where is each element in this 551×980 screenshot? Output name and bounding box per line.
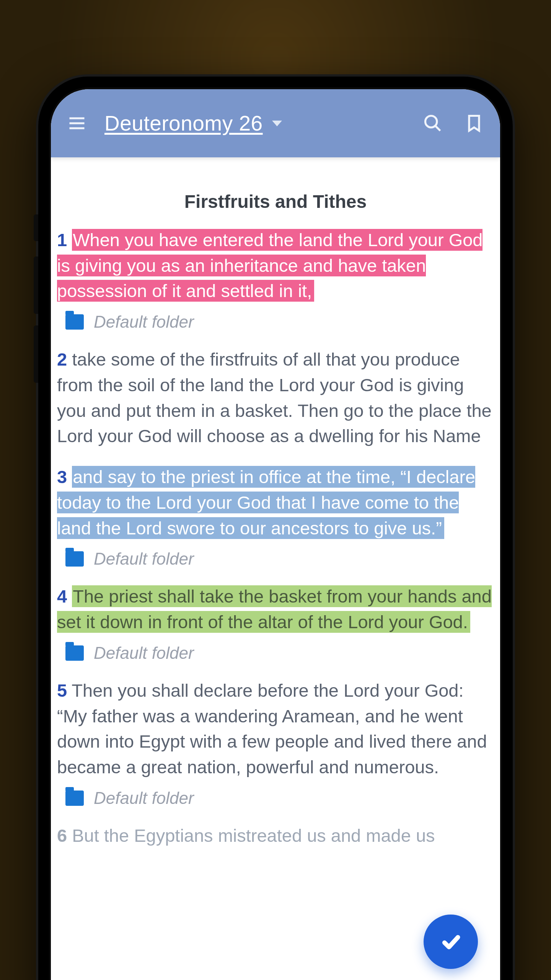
check-icon	[440, 931, 461, 952]
folder-label: Default folder	[94, 789, 194, 808]
phone-frame: Deuteronomy 26 Firstfruits and Tithes 1 …	[38, 77, 513, 980]
reading-content[interactable]: Firstfruits and Tithes 1 When you have e…	[51, 157, 500, 980]
bookmark-button[interactable]	[460, 109, 488, 137]
folder-tag[interactable]: Default folder	[65, 549, 494, 568]
folder-label: Default folder	[94, 644, 194, 663]
verse-number: 6	[57, 825, 67, 846]
verse-number: 5	[57, 680, 67, 701]
menu-button[interactable]	[63, 109, 91, 137]
phone-screen: Deuteronomy 26 Firstfruits and Tithes 1 …	[51, 89, 500, 980]
folder-tag[interactable]: Default folder	[65, 789, 494, 808]
verse-number: 2	[57, 349, 67, 369]
svg-point-0	[425, 116, 437, 127]
chapter-selector[interactable]: Deuteronomy 26	[104, 111, 282, 136]
confirm-fab[interactable]	[424, 915, 478, 969]
folder-tag[interactable]: Default folder	[65, 312, 494, 332]
app-bar: Deuteronomy 26	[51, 89, 500, 157]
verse[interactable]: 2 take some of the firstfruits of all th…	[57, 347, 494, 449]
verse[interactable]: 4 The priest shall take the basket from …	[57, 584, 494, 635]
phone-volume-up	[34, 256, 38, 314]
chevron-down-icon	[272, 121, 282, 126]
phone-side-button	[34, 214, 38, 241]
verse-text-highlighted: When you have entered the land the Lord …	[57, 229, 483, 302]
verse-number: 3	[57, 467, 67, 487]
folder-tag[interactable]: Default folder	[65, 644, 494, 663]
verse-number: 1	[57, 230, 67, 250]
search-icon	[423, 113, 443, 133]
section-heading: Firstfruits and Tithes	[57, 191, 494, 212]
folder-label: Default folder	[94, 312, 194, 332]
folder-icon	[65, 551, 84, 567]
verse[interactable]: 5 Then you shall declare before the Lord…	[57, 678, 494, 780]
folder-label: Default folder	[94, 549, 194, 568]
verse[interactable]: 6 But the Egyptians mistreated us and ma…	[57, 823, 494, 849]
verse-text: take some of the firstfruits of all that…	[57, 349, 492, 446]
folder-icon	[65, 314, 84, 330]
chapter-title: Deuteronomy 26	[104, 111, 263, 136]
verse-text-highlighted: and say to the priest in office at the t…	[57, 466, 475, 539]
verse-text: Then you shall declare before the Lord y…	[57, 680, 487, 777]
verse-text-highlighted: The priest shall take the basket from yo…	[57, 585, 492, 633]
verse-text: But the Egyptians mistreated us and made…	[72, 825, 435, 846]
verse[interactable]: 3 and say to the priest in office at the…	[57, 464, 494, 541]
folder-icon	[65, 645, 84, 661]
search-button[interactable]	[419, 109, 447, 137]
phone-inner-frame: Deuteronomy 26 Firstfruits and Tithes 1 …	[49, 87, 502, 980]
verse[interactable]: 1 When you have entered the land the Lor…	[57, 227, 494, 304]
hamburger-icon	[67, 113, 87, 133]
phone-volume-down	[34, 325, 38, 383]
folder-icon	[65, 791, 84, 806]
bookmark-icon	[464, 113, 484, 133]
verse-number: 4	[57, 586, 67, 606]
